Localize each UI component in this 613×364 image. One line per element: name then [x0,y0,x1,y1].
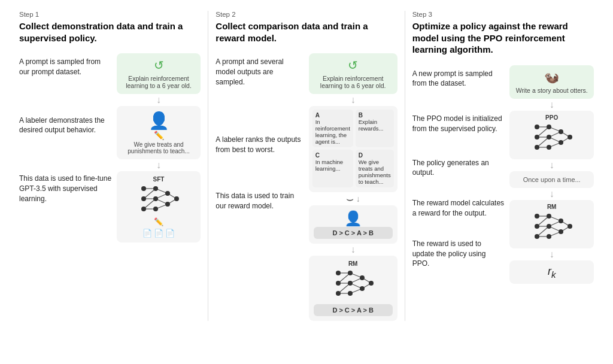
svg-point-32 [336,281,341,286]
sft-label: SFT [122,176,196,183]
svg-point-38 [360,286,365,291]
step2-column: Step 2 Collect comparison data and train… [208,11,405,321]
svg-point-19 [174,196,179,201]
svg-point-51 [535,125,539,129]
rm-label-3: RM [513,204,590,210]
svg-point-78 [559,229,563,234]
rk-text: rk [548,265,556,277]
svg-point-16 [153,207,158,211]
arrow1: ↓ [156,94,161,106]
main-container: Step 1 Collect demonstration data and tr… [0,0,613,332]
arrow5: ↓ [550,99,554,111]
svg-point-18 [165,202,170,207]
step3-text-col: A new prompt is sampled from the dataset… [412,65,505,284]
step3-ppo-svg [531,121,573,154]
rank-cell-d: D We give treats and punishments to teac… [356,150,394,187]
step1-text-3: This data is used to fine-tune GPT-3.5 w… [19,170,112,207]
step1-label: Step 1 [19,11,201,18]
svg-point-57 [559,129,563,134]
step1-column: Step 1 Collect demonstration data and tr… [12,11,208,321]
step1-labeler-text: We give treats and punishments to teach.… [122,141,196,154]
step2-flow: A prompt and several model outputs are s… [216,53,397,321]
svg-point-71 [535,214,539,219]
rank-cell-b: B Explain rewards... [356,110,394,147]
step1-sft-card: SFT [117,171,201,242]
step1-labeler-card: 👤 ✏️ We give treats and punishments to t… [117,106,201,159]
svg-point-39 [369,281,374,286]
step3-text-4: The reward model calculates a reward for… [412,195,505,222]
step1-text-1: A prompt is sampled from our prompt data… [19,53,112,81]
once-text: Once upon a time... [523,176,581,183]
doc-icons: 📄 📄 📄 [122,229,196,238]
svg-point-59 [568,135,572,139]
otter-icon: 🦦 [515,70,588,84]
step1-text-col: A prompt is sampled from our prompt data… [19,53,112,242]
svg-point-11 [141,186,146,191]
arrow7: ↓ [550,188,554,200]
step2-labeler-card: 👤 D > C > A > B [309,205,397,244]
step3-text-3: The policy generates an output. [412,154,505,182]
step3-text-2: The PPO model is initialized from the su… [412,110,505,138]
step1-nn-svg [138,183,180,216]
rm-label-2: RM [314,260,393,267]
svg-point-17 [165,191,170,196]
arrow2: ↓ [156,159,161,171]
svg-point-34 [348,271,353,275]
step2-label: Step 2 [216,11,397,18]
svg-point-12 [141,196,146,201]
step2-text-col: A prompt and several model outputs are s… [216,53,304,321]
ppo-label: PPO [513,114,590,121]
step3-flow: A new prompt is sampled from the dataset… [412,65,594,284]
svg-point-37 [360,275,365,280]
svg-point-72 [535,224,539,229]
step3-once-card: Once upon a time... [509,171,594,188]
refresh-icon: ↺ [123,58,195,72]
step3-ppo-card: PPO [509,111,594,159]
step2-text-2: A labeler ranks the outputs from best to… [216,131,304,159]
step2-rm-card: RM [309,256,397,321]
step2-title: Collect comparison data and train a rewa… [216,20,397,44]
step3-rk-card: rk [509,260,594,284]
arrow6: ↓ [550,159,554,171]
step1-diagram-col: ↺ Explain reinforcement learning to a 6 … [117,53,201,242]
step3-text-5: The reward is used to update the policy … [412,235,505,272]
step3-rm-svg [531,210,573,243]
pencil-icon: ✏️ [154,131,164,140]
step3-column: Step 3 Optimize a policy against the rew… [405,11,601,321]
svg-point-58 [559,140,563,145]
step1-prompt-text: Explain reinforcement learning to a 6 ye… [123,75,195,89]
step2-rank-card: A In reinforcement learning, the agent i… [309,106,397,192]
svg-point-77 [559,219,563,223]
step2-order-badge: D > C > A > B [314,227,393,239]
svg-point-75 [547,224,551,229]
step3-prompt-card: 🦦 Write a story about otters. [509,65,594,99]
svg-point-73 [535,234,539,239]
svg-point-33 [336,291,341,296]
svg-point-31 [336,271,341,275]
step1-prompt-card: ↺ Explain reinforcement learning to a 6 … [117,53,201,94]
svg-point-35 [348,281,353,286]
step3-prompt-text: Write a story about otters. [515,87,588,94]
step1-text-2: A labeler demonstrates the desired outpu… [19,112,112,139]
arrow3: ↓ [351,94,356,106]
svg-point-54 [547,125,551,129]
step3-rm-card: RM [509,200,594,248]
doc-icon-3: 📄 [165,229,175,238]
svg-point-79 [568,224,572,229]
person-icon-2: 👤 [344,210,362,227]
svg-point-15 [153,196,158,201]
rank-grid: A In reinforcement learning, the agent i… [312,110,394,187]
svg-point-13 [141,207,146,211]
step2-text-3: This data is used to train our reward mo… [216,187,304,215]
arrow8: ↓ [550,248,554,260]
svg-point-14 [153,186,158,191]
brace-arrow: ⌣ ↓ [346,192,360,205]
step3-label: Step 3 [412,11,594,18]
arrow4: ↓ [351,244,356,256]
svg-point-55 [547,135,551,139]
pencil-icon2: ✏️ [122,217,196,226]
step1-title: Collect demonstration data and train a s… [19,20,201,44]
step2-text-1: A prompt and several model outputs are s… [216,53,304,90]
step3-title: Optimize a policy against the reward mod… [412,20,594,56]
step2-rm-order: D > C > A > B [314,304,393,316]
